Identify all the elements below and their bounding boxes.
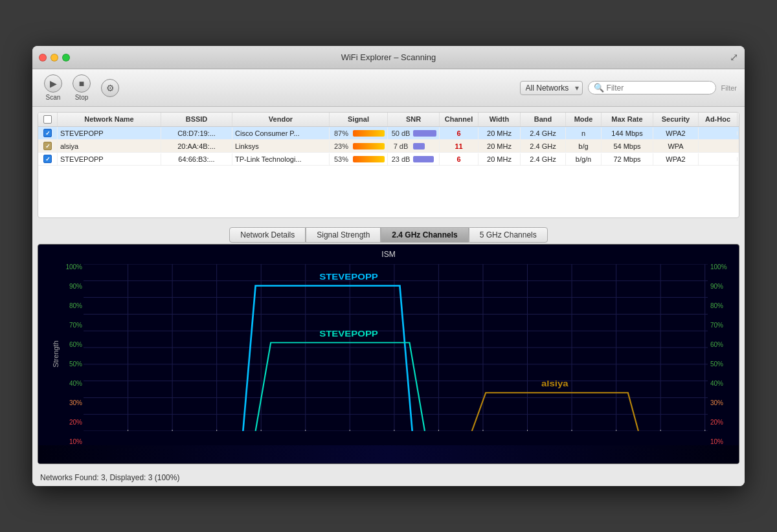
table-header: ✓ Network Name BSSID Vendor Signal SNR C… — [38, 113, 739, 127]
y-label-20r: 20% — [710, 419, 736, 426]
scan-label: Scan — [46, 94, 61, 101]
tab-network-details[interactable]: Network Details — [229, 227, 306, 243]
table-row[interactable]: ✓ alsiya 20:AA:4B:... Linksys 23% 7 dB 1… — [38, 140, 739, 153]
row3-mode: b/g/n — [566, 153, 602, 165]
close-button[interactable] — [39, 54, 47, 61]
col-header-maxrate: Max Rate — [602, 113, 653, 126]
col-header-adhoc: Ad-Hoc — [699, 113, 738, 126]
row1-name: STEVEPOPP — [58, 127, 161, 139]
y-label-10l: 10% — [56, 439, 82, 445]
col-header-signal: Signal — [330, 113, 388, 126]
y-label-100l: 100% — [56, 264, 82, 271]
svg-text:alsiya: alsiya — [541, 379, 569, 388]
traffic-lights — [39, 54, 70, 61]
col-header-security: Security — [653, 113, 699, 126]
col-header-width: Width — [479, 113, 521, 126]
maximize-button[interactable] — [62, 54, 70, 61]
row3-bssid: 64:66:B3:... — [161, 153, 232, 165]
y-label-60r: 60% — [710, 342, 736, 348]
y-label-40r: 40% — [710, 381, 736, 387]
row2-adhoc — [699, 144, 738, 148]
row1-bssid: C8:D7:19:... — [161, 127, 232, 139]
row3-maxrate: 72 Mbps — [602, 153, 653, 165]
toolbar: ▶ Scan ■ Stop ⚙ All Networks 🔍 Filter — [32, 69, 745, 107]
y-label-90l: 90% — [56, 283, 82, 290]
row1-check[interactable]: ✓ — [38, 127, 58, 139]
status-bar: Networks Found: 3, Displayed: 3 (100%) — [32, 469, 745, 486]
y-label-70r: 70% — [710, 322, 736, 329]
row3-channel: 6 — [440, 153, 479, 165]
filter-input[interactable] — [607, 83, 710, 93]
network-filter-select[interactable]: All Networks — [520, 81, 583, 95]
row2-check[interactable]: ✓ — [38, 140, 58, 152]
y-label-30l: 30% — [56, 400, 82, 406]
row2-bssid: 20:AA:4B:... — [161, 140, 232, 152]
tab-signal-strength[interactable]: Signal Strength — [306, 227, 381, 243]
search-icon: 🔍 — [594, 83, 604, 93]
networks-table: ✓ Network Name BSSID Vendor Signal SNR C… — [38, 112, 739, 218]
filter-group: All Networks 🔍 Filter — [520, 81, 737, 95]
row2-name: alsiya — [58, 140, 161, 152]
y-label-10r: 10% — [710, 439, 736, 445]
y-label-80l: 80% — [56, 303, 82, 309]
tab-5ghz-channels[interactable]: 5 GHz Channels — [469, 227, 548, 243]
row3-security: WPA2 — [653, 153, 699, 165]
settings-button[interactable]: ⚙ — [97, 78, 123, 98]
col-header-snr: SNR — [388, 113, 440, 126]
gear-icon: ⚙ — [101, 79, 119, 97]
row3-adhoc — [699, 157, 738, 161]
window-title: WiFi Explorer – Scanning — [341, 52, 436, 62]
status-text: Networks Found: 3, Displayed: 3 (100%) — [40, 473, 179, 482]
y-axis-left: 100% 90% 80% 70% 60% 50% 40% 30% 20% 10% — [56, 264, 82, 445]
y-label-80r: 80% — [710, 303, 736, 309]
col-header-bssid: BSSID — [161, 113, 232, 126]
row1-width: 20 MHz — [479, 127, 521, 139]
row1-band: 2.4 GHz — [521, 127, 566, 139]
col-header-check: ✓ — [38, 113, 58, 126]
filter-input-wrapper: 🔍 — [588, 81, 716, 94]
stop-button[interactable]: ■ Stop — [69, 73, 95, 102]
row1-maxrate: 144 Mbps — [602, 127, 653, 139]
col-header-band: Band — [521, 113, 566, 126]
y-label-20l: 20% — [56, 419, 82, 426]
chart-svg: STEVEPOPP STEVEPOPP alsiya — [84, 264, 708, 431]
svg-text:STEVEPOPP: STEVEPOPP — [319, 329, 378, 338]
table-row[interactable]: ✓ STEVEPOPP C8:D7:19:... Cisco Consumer … — [38, 127, 739, 140]
bottom-section: Network Details Signal Strength 2.4 GHz … — [38, 223, 739, 464]
row1-snr: 50 dB — [388, 127, 440, 139]
row3-width: 20 MHz — [479, 153, 521, 165]
col-header-lastseen: Last Seen — [738, 113, 739, 126]
row3-check[interactable]: ✓ — [38, 153, 58, 165]
y-label-30r: 30% — [710, 400, 736, 406]
row2-lastseen: Just now — [738, 140, 739, 152]
row2-vendor: Linksys — [232, 140, 330, 152]
minimize-button[interactable] — [51, 54, 58, 61]
table-row[interactable]: ✓ STEVEPOPP 64:66:B3:... TP-Link Technol… — [38, 153, 739, 166]
y-label-70l: 70% — [56, 322, 82, 329]
y-label-40l: 40% — [56, 381, 82, 387]
y-label-90r: 90% — [710, 283, 736, 290]
stop-label: Stop — [75, 94, 89, 101]
y-axis-right: 100% 90% 80% 70% 60% 50% 40% 30% 20% 10% — [710, 264, 736, 445]
row2-snr: 7 dB — [388, 140, 440, 152]
network-filter-wrapper: All Networks — [520, 81, 583, 95]
row1-mode: n — [566, 127, 602, 139]
expand-icon[interactable]: ⤢ — [730, 51, 738, 63]
scan-button[interactable]: ▶ Scan — [40, 73, 66, 102]
row2-security: WPA — [653, 140, 699, 152]
col-header-name: Network Name — [58, 113, 161, 126]
row3-lastseen: Just now — [738, 153, 739, 165]
row2-width: 20 MHz — [479, 140, 521, 152]
stop-icon: ■ — [73, 74, 91, 93]
ism-label: ISM — [381, 250, 395, 259]
row2-mode: b/g — [566, 140, 602, 152]
row2-maxrate: 54 Mbps — [602, 140, 653, 152]
row2-signal: 23% — [330, 140, 388, 152]
col-header-channel: Channel — [440, 113, 479, 126]
scan-icon: ▶ — [44, 74, 62, 93]
row3-snr: 23 dB — [388, 153, 440, 165]
empty-table-area — [38, 166, 739, 217]
row1-security: WPA2 — [653, 127, 699, 139]
tab-24ghz-channels[interactable]: 2.4 GHz Channels — [381, 227, 468, 243]
y-label-100r: 100% — [710, 264, 736, 271]
